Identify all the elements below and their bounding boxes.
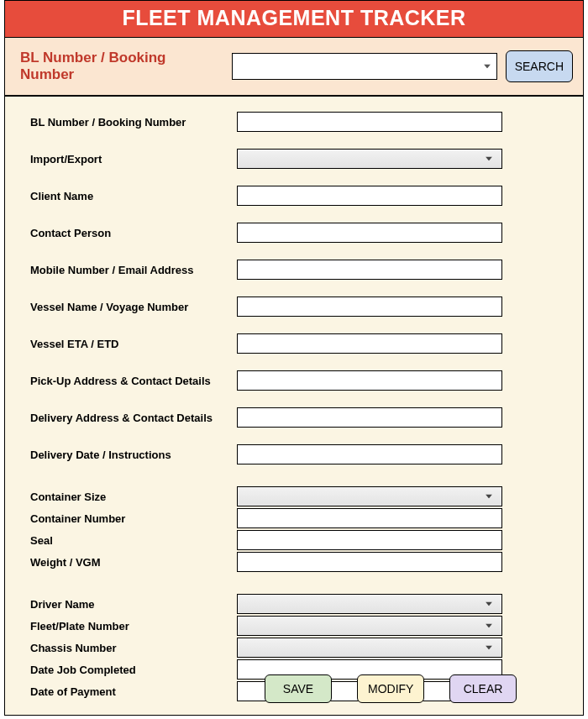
fleet-plate-label: Fleet/Plate Number	[30, 620, 237, 632]
delivery-label: Delivery Address & Contact Details	[30, 412, 237, 424]
bl-number-label: BL Number / Booking Number	[30, 116, 237, 129]
contact-person-label: Contact Person	[30, 227, 237, 239]
import-export-label: Import/Export	[30, 153, 237, 165]
vessel-voyage-label: Vessel Name / Voyage Number	[30, 301, 237, 313]
container-size-label: Container Size	[30, 491, 237, 503]
client-name-label: Client Name	[30, 190, 237, 202]
form-area: BL Number / Booking Number Import/Export…	[5, 97, 583, 701]
app-window: FLEET MANAGEMENT TRACKER BL Number / Boo…	[4, 0, 584, 716]
client-name-input[interactable]	[237, 186, 502, 206]
seal-label: Seal	[30, 534, 237, 547]
chassis-number-dropdown[interactable]	[237, 638, 502, 658]
delivery-date-input[interactable]	[237, 444, 502, 464]
mobile-email-label: Mobile Number / Email Address	[30, 264, 237, 276]
clear-button[interactable]: CLEAR	[449, 674, 517, 703]
search-input-wrap	[232, 53, 497, 80]
fleet-plate-dropdown[interactable]	[237, 616, 502, 636]
pickup-input[interactable]	[237, 370, 502, 391]
bl-number-input[interactable]	[237, 112, 502, 132]
seal-input[interactable]	[237, 530, 502, 550]
delivery-input[interactable]	[237, 407, 502, 428]
search-label: BL Number / Booking Number	[20, 50, 223, 83]
import-export-dropdown[interactable]	[237, 149, 502, 169]
container-number-input[interactable]	[237, 508, 502, 528]
weight-vgm-input[interactable]	[237, 552, 502, 572]
search-bar: BL Number / Booking Number SEARCH	[5, 38, 583, 97]
search-button[interactable]: SEARCH	[506, 50, 573, 82]
eta-etd-input[interactable]	[237, 333, 502, 354]
vessel-voyage-input[interactable]	[237, 297, 502, 317]
contact-person-input[interactable]	[237, 223, 502, 243]
pickup-label: Pick-Up Address & Contact Details	[30, 375, 237, 387]
save-button[interactable]: SAVE	[265, 674, 332, 703]
container-size-dropdown[interactable]	[237, 486, 502, 506]
weight-vgm-label: Weight / VGM	[30, 556, 237, 569]
page-title: FLEET MANAGEMENT TRACKER	[5, 1, 583, 38]
driver-name-label: Driver Name	[30, 598, 237, 611]
modify-button[interactable]: MODIFY	[357, 674, 424, 703]
eta-etd-label: Vessel ETA / ETD	[30, 338, 237, 350]
mobile-email-input[interactable]	[237, 260, 502, 280]
delivery-date-label: Delivery Date / Instructions	[30, 449, 237, 461]
footer-buttons: SAVE MODIFY CLEAR	[5, 674, 583, 703]
chassis-number-label: Chassis Number	[30, 642, 237, 654]
driver-name-dropdown[interactable]	[237, 594, 502, 614]
search-input[interactable]	[232, 53, 497, 80]
container-number-label: Container Number	[30, 512, 237, 525]
